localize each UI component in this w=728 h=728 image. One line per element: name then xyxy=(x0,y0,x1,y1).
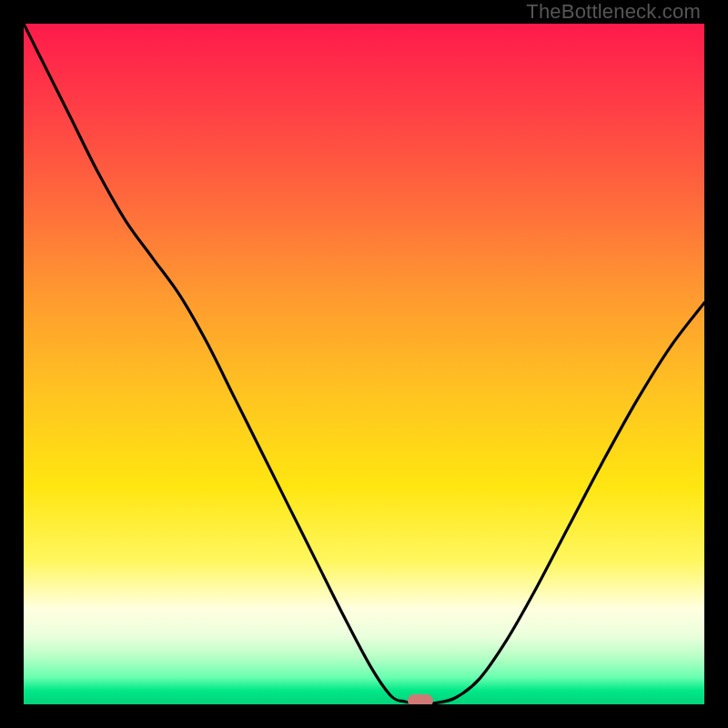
heat-gradient-background xyxy=(24,24,704,704)
optimal-point-marker xyxy=(408,694,433,704)
plot-area xyxy=(24,24,704,704)
watermark-text: TheBottleneck.com xyxy=(526,0,701,24)
chart-frame: TheBottleneck.com xyxy=(0,0,728,728)
